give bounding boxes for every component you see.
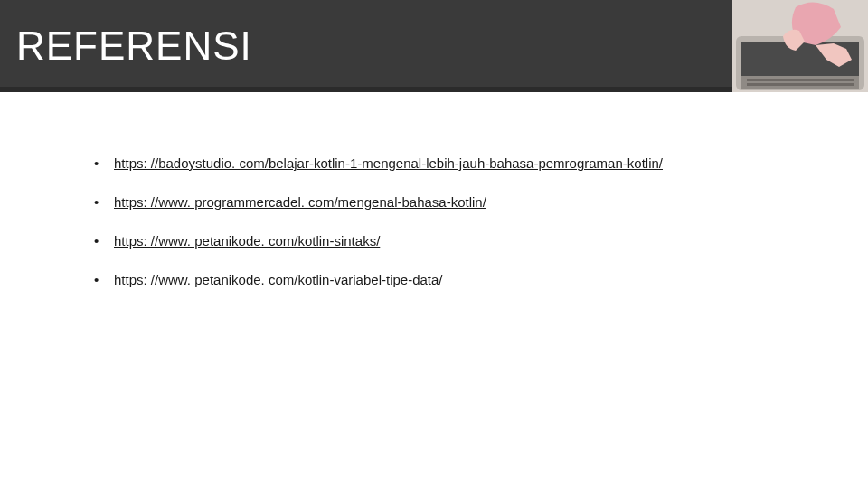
- laptop-photo-icon: [732, 0, 868, 92]
- list-item: https: //www. programmercadel. com/menge…: [89, 194, 868, 210]
- svg-rect-5: [747, 83, 854, 86]
- list-item: https: //badoystudio. com/belajar-kotlin…: [89, 155, 868, 171]
- svg-rect-3: [741, 76, 859, 89]
- list-item: https: //www. petanikode. com/kotlin-var…: [89, 272, 868, 287]
- svg-rect-4: [747, 79, 854, 81]
- reference-list: https: //badoystudio. com/belajar-kotlin…: [89, 155, 868, 287]
- header-image: [732, 0, 868, 92]
- page-title: REFERENSI: [16, 23, 252, 69]
- slide-content: https: //badoystudio. com/belajar-kotlin…: [0, 92, 868, 287]
- reference-link[interactable]: https: //www. programmercadel. com/menge…: [114, 194, 486, 210]
- reference-link[interactable]: https: //www. petanikode. com/kotlin-sin…: [114, 233, 380, 249]
- reference-link[interactable]: https: //badoystudio. com/belajar-kotlin…: [114, 155, 663, 171]
- slide-header: REFERENSI: [0, 0, 868, 92]
- list-item: https: //www. petanikode. com/kotlin-sin…: [89, 233, 868, 249]
- reference-link[interactable]: https: //www. petanikode. com/kotlin-var…: [114, 272, 443, 287]
